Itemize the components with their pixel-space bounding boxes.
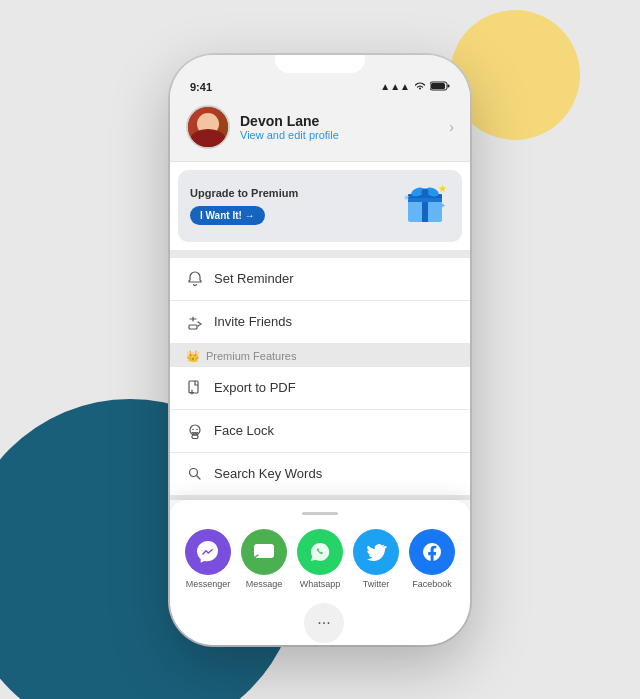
svg-rect-1 (448, 84, 450, 87)
share-messenger[interactable]: Messenger (185, 529, 231, 589)
svg-point-16 (192, 428, 194, 430)
messenger-icon (185, 529, 231, 575)
avatar-image (188, 107, 228, 147)
svg-point-19 (190, 468, 198, 476)
menu-item-set-reminder[interactable]: Set Reminder (170, 258, 470, 300)
menu-section: Set Reminder Invite Friends 👑 Premium Fe… (170, 250, 470, 500)
share-whatsapp[interactable]: Whatsapp (297, 529, 343, 589)
sheet-handle (302, 512, 338, 515)
svg-text:★: ★ (403, 193, 410, 202)
wifi-icon (414, 81, 426, 93)
premium-header-label: Premium Features (206, 350, 296, 362)
export-pdf-label: Export to PDF (214, 380, 296, 395)
svg-rect-18 (192, 435, 198, 439)
share-twitter[interactable]: Twitter (353, 529, 399, 589)
set-reminder-label: Set Reminder (214, 271, 293, 286)
crown-icon: 👑 (186, 350, 200, 363)
premium-banner-title: Upgrade to Premium (190, 187, 298, 199)
time-display: 9:41 (190, 81, 212, 93)
premium-banner-content: Upgrade to Premium I Want It! → (190, 187, 298, 225)
premium-banner[interactable]: Upgrade to Premium I Want It! → ★ ★ (178, 170, 462, 242)
whatsapp-label: Whatsapp (300, 579, 341, 589)
search-keywords-icon (186, 465, 204, 483)
phone-wrapper: 9:41 ▲▲▲ (170, 55, 470, 645)
profile-info: Devon Lane View and edit profile (240, 113, 439, 141)
more-button[interactable]: ··· (304, 603, 344, 643)
notch (275, 55, 365, 73)
status-bar-area: 9:41 ▲▲▲ (170, 55, 470, 95)
share-message[interactable]: Message (241, 529, 287, 589)
share-facebook[interactable]: Facebook (409, 529, 455, 589)
facebook-label: Facebook (412, 579, 452, 589)
svg-text:✦: ✦ (440, 202, 446, 209)
avatar (186, 105, 230, 149)
search-keywords-label: Search Key Words (214, 466, 322, 481)
whatsapp-icon (297, 529, 343, 575)
premium-button[interactable]: I Want It! → (190, 206, 265, 225)
profile-section[interactable]: Devon Lane View and edit profile › (170, 95, 470, 162)
face-lock-icon (186, 422, 204, 440)
menu-item-export-pdf[interactable]: Export to PDF (170, 367, 470, 409)
message-icon (241, 529, 287, 575)
export-pdf-icon (186, 379, 204, 397)
battery-icon (430, 81, 450, 93)
more-section: ··· More (180, 603, 460, 645)
share-apps-row: Messenger Message (180, 529, 460, 589)
messenger-label: Messenger (186, 579, 231, 589)
twitter-icon (353, 529, 399, 575)
svg-point-17 (196, 428, 198, 430)
share-bottom-sheet: Messenger Message (170, 500, 470, 645)
message-label: Message (246, 579, 283, 589)
svg-rect-2 (431, 83, 445, 89)
face-lock-label: Face Lock (214, 423, 274, 438)
bell-icon (186, 270, 204, 288)
profile-name: Devon Lane (240, 113, 439, 129)
menu-item-search-keywords[interactable]: Search Key Words (170, 453, 470, 495)
profile-link[interactable]: View and edit profile (240, 129, 439, 141)
invite-friends-label: Invite Friends (214, 314, 292, 329)
facebook-icon (409, 529, 455, 575)
avatar-body (191, 129, 225, 147)
status-bar: 9:41 ▲▲▲ (170, 73, 470, 95)
twitter-label: Twitter (363, 579, 390, 589)
profile-chevron-icon: › (449, 119, 454, 135)
svg-rect-6 (408, 198, 442, 202)
signal-icon: ▲▲▲ (380, 81, 410, 92)
svg-text:★: ★ (438, 183, 447, 194)
svg-rect-14 (189, 381, 198, 393)
svg-point-9 (422, 188, 429, 195)
menu-item-face-lock[interactable]: Face Lock (170, 410, 470, 452)
menu-item-invite-friends[interactable]: Invite Friends (170, 301, 470, 343)
invite-icon (186, 313, 204, 331)
gift-icon: ★ ★ ✦ (400, 180, 450, 232)
phone-frame: 9:41 ▲▲▲ (170, 55, 470, 645)
premium-section-header: 👑 Premium Features (170, 344, 470, 367)
svg-rect-13 (189, 325, 197, 329)
status-icons: ▲▲▲ (380, 81, 450, 93)
